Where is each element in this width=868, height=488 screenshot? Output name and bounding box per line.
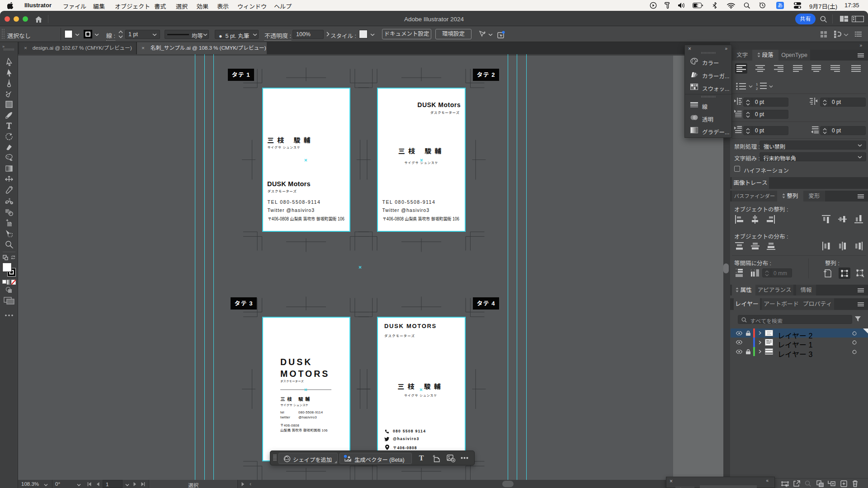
svg-text:2: 2 xyxy=(756,87,758,90)
svg-text:1: 1 xyxy=(756,82,758,86)
